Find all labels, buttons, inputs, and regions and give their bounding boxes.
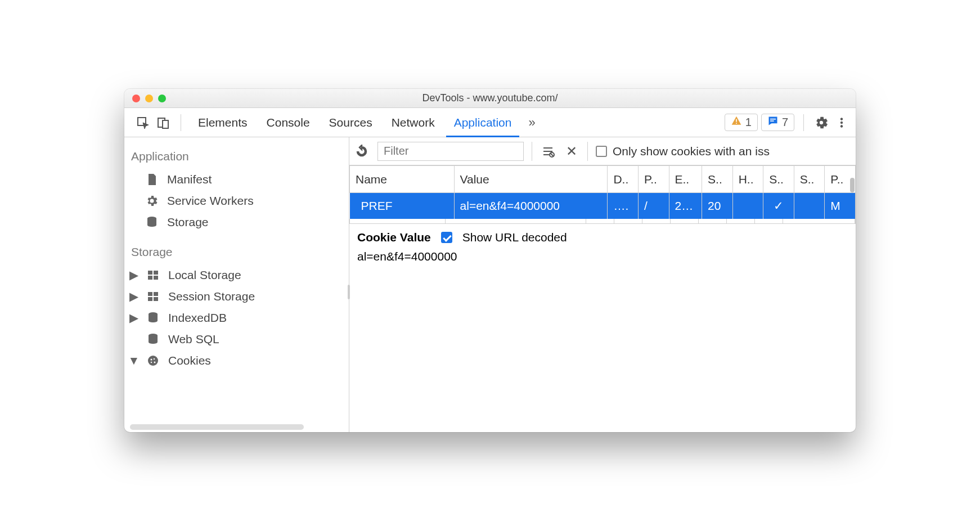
col-expires[interactable]: E.. (669, 166, 702, 193)
warnings-badge[interactable]: 1 (725, 114, 758, 131)
sidebar-item-service-workers[interactable]: Service Workers (124, 190, 349, 212)
tab-application[interactable]: Application (446, 108, 520, 137)
cookies-table: Name Value D.. P.. E.. S.. H.. S.. S.. P… (349, 165, 856, 219)
cell-expires: 2… (669, 193, 702, 219)
chevron-right-icon: ▶ (130, 268, 138, 282)
svg-rect-16 (154, 292, 158, 296)
cell-size: 20 (702, 193, 733, 219)
col-size[interactable]: S.. (702, 166, 733, 193)
refresh-icon[interactable] (354, 143, 370, 159)
sidebar-item-label: IndexedDB (168, 311, 227, 325)
minimize-window-button[interactable] (145, 95, 153, 102)
database-icon (145, 215, 159, 230)
sidebar-item-cookies[interactable]: ▼ Cookies (124, 350, 349, 371)
window-title: DevTools - www.youtube.com/ (124, 92, 856, 104)
chevron-right-icon: ▶ (130, 311, 138, 325)
url-decoded-checkbox[interactable] (441, 232, 452, 243)
file-icon (145, 172, 159, 187)
application-sidebar: Application Manifest Service Workers Sto… (124, 137, 349, 432)
svg-rect-6 (770, 120, 774, 122)
grid-icon (146, 268, 160, 282)
sidebar-item-label: Manifest (167, 173, 212, 186)
tab-sources[interactable]: Sources (321, 108, 380, 137)
sidebar-item-label: Service Workers (167, 194, 254, 208)
cookies-pane: ✕ Only show cookies with an iss Name (349, 137, 856, 432)
cell-domain: …. (608, 193, 639, 219)
table-row[interactable]: PREF al=en&f4=4000000 …. / 2… 20 ✓ M (350, 193, 856, 219)
cookie-detail: Cookie Value Show URL decoded al=en&f4=4… (349, 223, 856, 270)
svg-rect-15 (148, 292, 152, 296)
inspect-icon[interactable] (134, 114, 151, 131)
message-icon (767, 115, 779, 129)
gear-icon (145, 194, 159, 208)
devtools-window: DevTools - www.youtube.com/ Elements Con… (124, 89, 856, 432)
svg-rect-17 (148, 297, 152, 301)
sidebar-item-label: Web SQL (168, 333, 219, 346)
cookie-value-text: al=en&f4=4000000 (357, 250, 848, 263)
col-value[interactable]: Value (454, 166, 608, 193)
cookie-icon (146, 353, 160, 368)
svg-rect-18 (154, 297, 158, 301)
zoom-window-button[interactable] (158, 95, 166, 102)
settings-icon[interactable] (813, 114, 830, 131)
table-header: Name Value D.. P.. E.. S.. H.. S.. S.. P… (350, 166, 856, 193)
more-tabs-button[interactable]: » (523, 115, 541, 130)
cell-value: al=en&f4=4000000 (454, 193, 608, 219)
chevron-right-icon: ▶ (130, 290, 138, 303)
filter-input[interactable] (377, 142, 524, 161)
svg-rect-5 (770, 119, 776, 120)
separator (587, 142, 588, 161)
svg-point-25 (151, 362, 152, 363)
sidebar-item-local-storage[interactable]: ▶ Local Storage (124, 264, 349, 286)
sidebar-item-label: Cookies (168, 354, 211, 367)
svg-rect-12 (154, 271, 158, 275)
issue-filter-label: Only show cookies with an iss (613, 145, 770, 158)
col-httponly[interactable]: H.. (732, 166, 763, 193)
cell-priority: M (825, 193, 856, 219)
cookie-value-heading: Cookie Value (357, 231, 431, 244)
sidebar-item-session-storage[interactable]: ▶ Session Storage (124, 286, 349, 307)
cell-samesite (794, 193, 825, 219)
cell-secure: ✓ (763, 193, 794, 219)
sidebar-item-storage[interactable]: Storage (124, 212, 349, 233)
col-name[interactable]: Name (350, 166, 455, 193)
clear-all-icon[interactable] (540, 143, 556, 159)
col-samesite[interactable]: S.. (794, 166, 825, 193)
database-icon (146, 332, 160, 347)
separator (803, 114, 804, 131)
table-empty-area (349, 219, 856, 223)
sidebar-item-indexeddb[interactable]: ▶ IndexedDB (124, 307, 349, 329)
grid-icon (146, 289, 160, 304)
svg-point-24 (154, 362, 156, 363)
svg-point-22 (151, 359, 152, 361)
panel-body: Application Manifest Service Workers Sto… (124, 137, 856, 432)
svg-point-23 (154, 358, 155, 360)
sidebar-item-websql[interactable]: Web SQL (124, 329, 349, 350)
close-window-button[interactable] (132, 95, 140, 102)
sidebar-item-manifest[interactable]: Manifest (124, 169, 349, 190)
vertical-scrollbar[interactable] (849, 165, 855, 191)
col-path[interactable]: P.. (638, 166, 669, 193)
svg-rect-2 (163, 120, 168, 128)
col-secure[interactable]: S.. (763, 166, 794, 193)
delete-icon[interactable]: ✕ (564, 143, 579, 159)
sidebar-item-label: Local Storage (168, 268, 241, 282)
messages-count: 7 (782, 116, 788, 129)
separator (532, 142, 532, 161)
devtools-tabbar: Elements Console Sources Network Applica… (124, 108, 856, 137)
cell-name: PREF (350, 193, 455, 219)
kebab-menu-icon[interactable] (833, 114, 850, 131)
tab-elements[interactable]: Elements (190, 108, 255, 137)
tab-console[interactable]: Console (259, 108, 318, 137)
svg-rect-4 (736, 123, 737, 124)
database-icon (146, 311, 160, 325)
sidebar-resizer[interactable] (348, 285, 350, 299)
col-domain[interactable]: D.. (608, 166, 639, 193)
messages-badge[interactable]: 7 (761, 114, 794, 131)
issue-filter-checkbox[interactable] (596, 146, 607, 157)
device-toggle-icon[interactable] (155, 114, 172, 131)
tab-network[interactable]: Network (384, 108, 443, 137)
horizontal-scrollbar[interactable] (130, 424, 304, 430)
svg-rect-14 (154, 276, 158, 280)
svg-rect-11 (148, 271, 152, 275)
